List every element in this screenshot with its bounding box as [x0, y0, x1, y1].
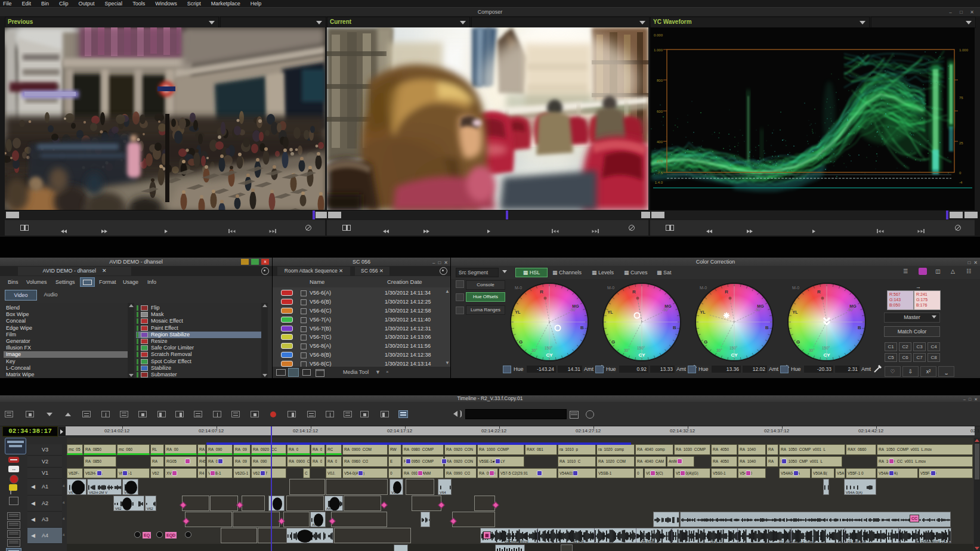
- svg-text:150°: 150°: [729, 346, 738, 350]
- svg-text:600: 600: [657, 110, 663, 113]
- svg-text:03 b45: 03 b45: [573, 540, 585, 543]
- svg-text:B: B: [765, 325, 769, 330]
- svg-text:B: B: [673, 325, 676, 330]
- svg-text:G: G: [611, 339, 615, 345]
- svg-text:-90°: -90°: [662, 308, 669, 312]
- svg-text:800: 800: [657, 79, 663, 82]
- svg-text:-90°: -90°: [570, 308, 577, 312]
- svg-text:07 acma Heat 2 -7dB: 07 acma Heat 2 -7dB: [779, 540, 813, 543]
- svg-text:30°: 30°: [809, 348, 815, 352]
- svg-text:150°: 150°: [822, 346, 830, 350]
- svg-text:25: 25: [959, 141, 963, 145]
- svg-text:30°: 30°: [716, 348, 722, 352]
- svg-text:-7.5: -7.5: [657, 171, 663, 175]
- svg-text:YL: YL: [515, 310, 521, 314]
- svg-text:-4: -4: [959, 181, 963, 184]
- svg-text:G: G: [796, 339, 800, 345]
- svg-text:150°: 150°: [545, 346, 553, 350]
- svg-text:YL: YL: [700, 310, 706, 314]
- svg-text:CY: CY: [638, 352, 645, 358]
- svg-text:30°: 30°: [624, 348, 630, 352]
- svg-text:YL: YL: [793, 310, 799, 314]
- svg-text:1.4.0: 1.4.0: [655, 181, 663, 184]
- svg-text:03 DesertWind 22 -10dB(3): 03 DesertWind 22 -10dB(3): [916, 540, 951, 543]
- svg-text:R: R: [540, 289, 543, 295]
- svg-text:270: 270: [657, 159, 663, 163]
- svg-text:B: B: [858, 325, 861, 330]
- svg-text:-90°: -90°: [755, 308, 762, 312]
- svg-text:75: 75: [959, 96, 963, 100]
- svg-text:CY: CY: [546, 352, 553, 358]
- svg-text:1.000: 1.000: [959, 48, 969, 52]
- svg-text:0.000: 0.000: [654, 33, 663, 37]
- svg-text:G: G: [519, 339, 523, 345]
- svg-text:CY: CY: [731, 352, 738, 358]
- svg-text:R: R: [632, 289, 636, 295]
- svg-text:03 b45a: 03 b45a: [642, 540, 655, 543]
- svg-text:YL: YL: [608, 310, 614, 314]
- svg-text:CY: CY: [823, 352, 830, 358]
- svg-text:G: G: [704, 339, 707, 345]
- svg-text:03 c: 03 c: [710, 540, 717, 543]
- svg-text:03 DesertWind: 03 DesertWind: [505, 540, 528, 543]
- svg-text:R: R: [725, 289, 728, 295]
- svg-text:03 Clip art: 03 Clip art: [848, 540, 864, 543]
- svg-text:400: 400: [657, 140, 663, 144]
- svg-text:150°: 150°: [637, 346, 645, 350]
- svg-text:1.000: 1.000: [654, 48, 663, 52]
- svg-text:30°: 30°: [531, 348, 537, 352]
- svg-text:B: B: [580, 325, 584, 330]
- svg-text:R: R: [817, 289, 821, 295]
- svg-text:-90°: -90°: [847, 308, 854, 312]
